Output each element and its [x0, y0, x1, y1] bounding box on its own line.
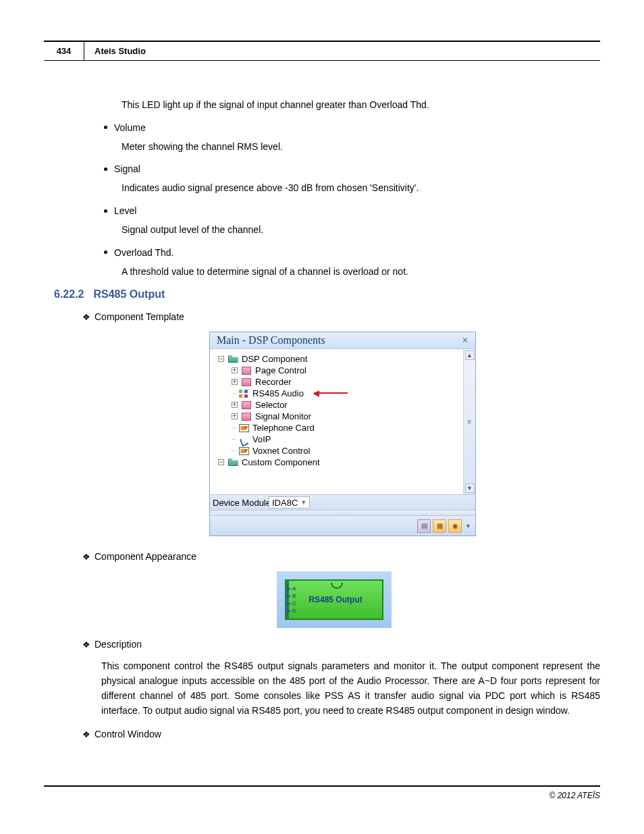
diamond-icon: ❖	[82, 640, 90, 650]
tree-node-signal-monitor[interactable]: + Signal Monitor	[232, 411, 473, 422]
tree-label: Page Control	[255, 365, 306, 375]
tree-connector-icon: ┈	[232, 447, 235, 454]
tree-label: Voxnet Control	[252, 446, 310, 456]
folder-icon	[227, 458, 238, 467]
tree-label: DSP Component	[242, 354, 307, 364]
bullet-desc: A threshold value to determine signal of…	[122, 265, 600, 280]
bullet-icon	[104, 209, 107, 213]
doc-title: Ateis Studio	[84, 42, 600, 60]
list-icon: ▤	[421, 522, 427, 529]
sub-description: ❖ Description	[82, 639, 600, 650]
tree-node-recorder[interactable]: + Recorder	[232, 376, 473, 388]
tree-node-custom[interactable]: − Custom Component	[218, 457, 473, 468]
device-module-select[interactable]: IDA8C ▼	[269, 496, 310, 509]
diamond-icon: ❖	[82, 312, 90, 322]
port-labels: A B C D	[286, 585, 296, 615]
tree-node-rs485-audio[interactable]: ┈ RS485 Audio	[232, 388, 473, 399]
port-a: A	[286, 585, 296, 592]
tree-connector-icon: ┈	[232, 424, 235, 432]
bullet-desc: Meter showing the channel RMS level.	[122, 140, 600, 155]
close-icon[interactable]: ✕	[462, 336, 468, 345]
port-b: B	[286, 593, 296, 599]
resize-grip-icon[interactable]: ·····	[210, 510, 475, 515]
bullet-desc: Indicates audio signal presence above -3…	[122, 181, 600, 196]
telephone-icon	[238, 423, 249, 433]
folder-icon	[227, 355, 238, 364]
tree-node-selector[interactable]: + Selector	[232, 399, 473, 411]
expand-icon[interactable]: +	[232, 379, 238, 385]
tree-label: VoIP	[252, 434, 271, 444]
bullet-icon	[104, 126, 107, 129]
tree-connector-icon: ┈	[232, 390, 235, 397]
component-label: RS485 Output	[308, 595, 362, 604]
sub-control-window: ❖ Control Window	[82, 729, 600, 739]
bullet-label: Overload Thd.	[114, 247, 173, 258]
sub-template: ❖ Component Template	[82, 311, 600, 322]
bullet-icon	[104, 167, 107, 171]
device-module-value: IDA8C	[272, 498, 298, 508]
bullet-signal: Signal	[104, 163, 600, 174]
scroll-up-icon[interactable]: ▲	[465, 350, 475, 360]
bullet-icon	[104, 251, 107, 254]
expand-icon[interactable]: +	[232, 413, 238, 419]
expand-icon[interactable]: +	[232, 402, 238, 408]
collapse-icon[interactable]: −	[218, 459, 224, 465]
sub-label: Description	[95, 639, 142, 650]
rs485-icon	[238, 389, 249, 398]
collapse-icon[interactable]: −	[218, 356, 224, 362]
toolbar-button-3[interactable]: ◉	[448, 519, 462, 533]
voxnet-icon	[238, 446, 249, 456]
panel-titlebar: Main - DSP Components ✕	[210, 332, 475, 349]
bullet-label: Level	[114, 205, 136, 216]
bullet-label: Signal	[114, 163, 140, 174]
tree-label: Custom Component	[242, 457, 320, 467]
grid-icon: ▦	[437, 522, 443, 529]
panel-toolbar: ▤ ▦ ◉ ▼	[210, 515, 475, 536]
sub-appearance: ❖ Component Appearance	[82, 551, 600, 562]
tree-node-voip[interactable]: ┈ VoIP	[232, 434, 473, 445]
tree-label: RS485 Audio	[252, 388, 304, 398]
tree-label: Selector	[255, 400, 288, 410]
dsp-components-panel: Main - DSP Components ✕ − DSP Component …	[209, 332, 476, 536]
section-title: RS485 Output	[93, 288, 165, 301]
bullet-label: Volume	[114, 122, 146, 133]
component-tree: − DSP Component + Page Control + Recorde…	[210, 349, 475, 494]
tree-label: Recorder	[255, 377, 291, 387]
sub-label: Component Appearance	[95, 551, 196, 562]
bullet-desc: Signal output level of the channel.	[122, 223, 600, 238]
tree-connector-icon: ┈	[232, 436, 235, 443]
gear-icon: ◉	[452, 522, 458, 529]
tree-node-page-control[interactable]: + Page Control	[232, 365, 473, 376]
tree-node-voxnet[interactable]: ┈ Voxnet Control	[232, 445, 473, 457]
section-number: 6.22.2	[54, 288, 84, 301]
scroll-mark-icon: ≡	[468, 418, 472, 425]
tree-node-dsp[interactable]: − DSP Component	[218, 353, 473, 365]
diamond-icon: ❖	[82, 729, 90, 739]
tree-node-telephone[interactable]: ┈ Telephone Card	[232, 422, 473, 434]
voip-icon	[238, 435, 249, 444]
tree-label: Telephone Card	[252, 423, 315, 433]
item-icon	[241, 377, 252, 387]
port-c: C	[286, 600, 296, 606]
rs485-output-block[interactable]: A B C D RS485 Output	[285, 579, 383, 620]
arrow-pointer-icon	[314, 392, 348, 394]
chevron-down-icon: ▼	[300, 499, 306, 506]
sub-label: Component Template	[95, 311, 184, 322]
page-number: 434	[44, 42, 84, 60]
device-module-row: Device Module IDA8C ▼	[210, 494, 475, 510]
description-paragraph: This component control the RS485 output …	[101, 659, 600, 718]
scrollbar[interactable]: ▲ ≡ ▼	[463, 349, 475, 494]
item-icon	[241, 400, 252, 410]
toolbar-button-1[interactable]: ▤	[417, 519, 431, 533]
item-icon	[241, 412, 252, 421]
sub-label: Control Window	[95, 729, 161, 739]
tree-label: Signal Monitor	[255, 411, 311, 421]
scroll-down-icon[interactable]: ▼	[465, 484, 475, 493]
expand-icon[interactable]: +	[232, 367, 238, 373]
section-heading: 6.22.2 RS485 Output	[54, 288, 600, 301]
bullet-overload: Overload Thd.	[104, 247, 600, 258]
chevron-down-icon[interactable]: ▼	[465, 523, 471, 529]
toolbar-button-2[interactable]: ▦	[433, 519, 446, 533]
item-icon	[241, 366, 252, 375]
panel-title-text: Main - DSP Components	[217, 334, 325, 346]
